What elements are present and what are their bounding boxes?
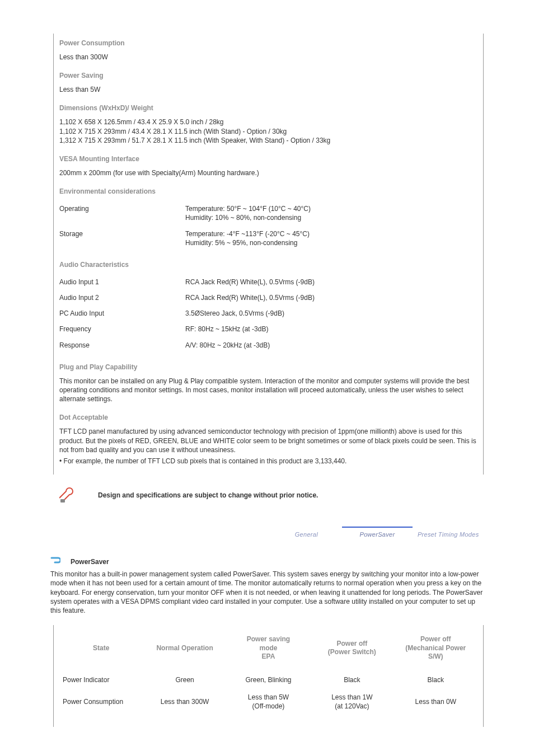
heading-vesa: VESA Mounting Interface (59, 155, 477, 163)
ps-cell: Black (394, 672, 477, 689)
svg-rect-0 (60, 499, 65, 503)
tab-general[interactable]: General (271, 527, 342, 540)
table-row: Power Indicator Green Green, Blinking Bl… (59, 672, 477, 689)
dot-bullet: For example, the number of TFT LCD sub p… (59, 457, 477, 466)
tab-preset-timing[interactable]: Preset Timing Modes (413, 527, 484, 540)
powersaver-section: PowerSaver This monitor has a built-in p… (50, 557, 484, 615)
env-storage-label: Storage (59, 226, 185, 251)
value-vesa: 200mm x 200mm (for use with Specialty(Ar… (59, 168, 477, 177)
heading-power-saving: Power Saving (59, 72, 477, 79)
audio-row-value: RCA Jack Red(R) White(L), 0.5Vrms (-9dB) (185, 274, 477, 290)
dim-line-2: 1,102 X 715 X 293mm / 43.4 X 28.1 X 11.5… (59, 128, 287, 135)
heading-pnp: Plug and Play Capability (59, 363, 477, 371)
env-storage-value: Temperature: -4°F ~113°F (-20°C ~ 45°C) … (185, 226, 477, 251)
value-pnp: This monitor can be installed on any Plu… (59, 377, 477, 404)
heading-dot: Dot Acceptable (59, 414, 477, 421)
ps-cell: Green (143, 672, 226, 689)
tabs-row: General PowerSaver Preset Timing Modes (271, 527, 484, 540)
ps-cell: Green, Blinking (227, 672, 310, 689)
ps-row-label: Power Indicator (59, 672, 143, 689)
heading-audio: Audio Characteristics (59, 261, 477, 269)
heading-power-consumption: Power Consumption (59, 39, 477, 47)
ps-th-off-mech: Power off (Mechanical Power S/W) (394, 633, 477, 672)
powersaver-body: This monitor has a built-in power manage… (50, 570, 484, 615)
powersaver-title: PowerSaver (67, 558, 109, 566)
section-bullet-icon (50, 557, 67, 566)
powersaver-table-panel: State Normal Operation Power saving mode… (53, 625, 484, 727)
audio-row-label: Audio Input 2 (59, 290, 185, 306)
value-dimensions: 1,102 X 658 X 126.5mm / 43.4 X 25.9 X 5.… (59, 118, 477, 145)
notice-row: Design and specifications are subject to… (53, 486, 534, 505)
env-operating-label: Operating (59, 201, 185, 226)
ps-th-normal: Normal Operation (143, 633, 226, 672)
env-operating-value: Temperature: 50°F ~ 104°F (10°C ~ 40°C) … (185, 201, 477, 226)
dim-line-3: 1,312 X 715 X 293mm / 51.7 X 28.1 X 11.5… (59, 137, 330, 144)
audio-row-value: RCA Jack Red(R) White(L), 0.5Vrms (-9dB) (185, 290, 477, 306)
ps-cell: Less than 300W (143, 689, 226, 715)
ps-cell: Less than 0W (394, 689, 477, 715)
heading-env: Environmental considerations (59, 187, 477, 195)
notice-text: Design and specifications are subject to… (84, 491, 318, 499)
heading-dimensions: Dimensions (WxHxD)/ Weight (59, 104, 477, 112)
value-dot: TFT LCD panel manufactured by using adva… (59, 427, 477, 466)
audio-row-label: Frequency (59, 321, 185, 337)
tab-powersaver[interactable]: PowerSaver (342, 527, 413, 540)
audio-row-value: 3.5ØStereo Jack, 0.5Vrms (-9dB) (185, 306, 477, 321)
audio-table: Audio Input 1RCA Jack Red(R) White(L), 0… (59, 274, 477, 353)
ps-cell: Black (310, 672, 394, 689)
value-power-saving: Less than 5W (59, 85, 477, 94)
ps-th-state: State (59, 633, 143, 672)
specs-panel: Power Consumption Less than 300W Power S… (53, 34, 484, 475)
audio-row-label: Audio Input 1 (59, 274, 185, 290)
wrench-icon (53, 486, 84, 505)
ps-th-saving: Power saving mode EPA (227, 633, 310, 672)
dim-line-1: 1,102 X 658 X 126.5mm / 43.4 X 25.9 X 5.… (59, 118, 224, 126)
value-power-consumption: Less than 300W (59, 53, 477, 62)
audio-row-label: Response (59, 337, 185, 353)
ps-row-label: Power Consumption (59, 689, 143, 715)
audio-row-value: RF: 80Hz ~ 15kHz (at -3dB) (185, 321, 477, 337)
ps-cell: Less than 1W (at 120Vac) (310, 689, 394, 715)
audio-row-label: PC Audio Input (59, 306, 185, 321)
table-row: Power Consumption Less than 300W Less th… (59, 689, 477, 715)
env-table: Operating Temperature: 50°F ~ 104°F (10°… (59, 201, 477, 251)
powersaver-table: State Normal Operation Power saving mode… (59, 633, 477, 716)
ps-cell: Less than 5W (Off-mode) (227, 689, 310, 715)
ps-th-off-switch: Power off (Power Switch) (310, 633, 394, 672)
audio-row-value: A/V: 80Hz ~ 20kHz (at -3dB) (185, 337, 477, 353)
